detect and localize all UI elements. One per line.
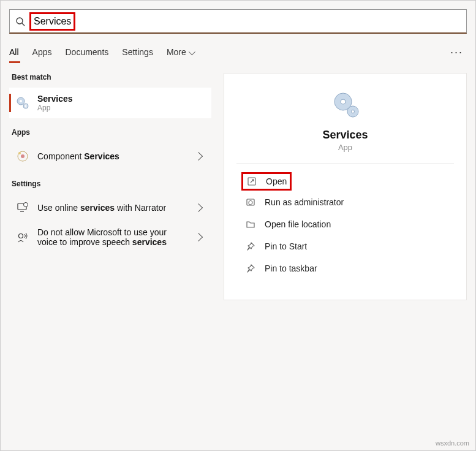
tab-documents[interactable]: Documents [65,42,108,62]
action-file-location[interactable]: Open file location [243,215,448,233]
action-label: Run as administrator [265,197,344,207]
action-open[interactable]: Open [243,173,290,189]
result-narrator-services[interactable]: Use online services with Narrator [9,194,211,221]
action-run-admin[interactable]: Run as administrator [243,193,448,211]
result-subtitle: App [37,104,205,112]
action-label: Pin to taskbar [265,263,317,273]
chevron-right-icon [194,233,203,241]
svg-point-12 [19,234,23,238]
monitor-globe-icon [15,200,30,215]
gears-icon [15,96,30,110]
preview-panel: Services App Open Run as administrator [224,73,467,300]
svg-point-3 [20,100,22,102]
gears-icon [330,89,361,121]
preview-title: Services [322,129,368,142]
results-column: Best match Services App Apps Component S… [9,73,211,300]
tab-all[interactable]: All [9,42,19,62]
chevron-right-icon [194,203,203,212]
open-icon [246,176,257,187]
filter-tabs: All Apps Documents Settings More ··· [1,40,475,62]
result-title: Component Services [37,151,188,161]
tab-apps[interactable]: Apps [32,42,52,62]
action-pin-taskbar[interactable]: Pin to taskbar [243,259,448,278]
action-pin-start[interactable]: Pin to Start [243,237,448,256]
svg-point-0 [17,18,23,24]
result-speech-services[interactable]: Do not allow Microsoft to use yourvoice … [9,221,211,253]
svg-point-8 [18,152,21,154]
section-best-match: Best match [9,73,211,88]
more-options-button[interactable]: ··· [447,46,467,59]
svg-point-16 [351,110,354,113]
shield-icon [245,197,256,208]
result-component-services[interactable]: Component Services [9,143,211,170]
action-label: Open file location [265,219,331,229]
voice-icon [15,230,30,244]
chevron-down-icon [189,48,195,55]
result-title: Do not allow Microsoft to use yourvoice … [37,227,188,247]
svg-point-5 [25,105,27,107]
result-services-app[interactable]: Services App [9,88,211,118]
action-label: Open [266,176,287,186]
svg-point-7 [21,154,25,158]
search-icon [15,16,26,27]
component-services-icon [15,149,30,164]
preview-subtitle: App [338,143,352,152]
search-bar[interactable]: Services [9,9,467,34]
svg-line-1 [22,23,25,26]
section-apps: Apps [9,128,211,143]
watermark: wsxdn.com [436,439,469,447]
chevron-right-icon [194,152,203,161]
section-settings: Settings [9,180,211,194]
pin-icon [245,241,256,252]
svg-point-11 [24,203,28,207]
tab-settings[interactable]: Settings [122,42,153,62]
result-title: Use online services with Narrator [37,203,188,213]
search-highlight-annotation: Services [29,12,75,31]
tab-more[interactable]: More [167,42,194,62]
folder-icon [245,219,256,230]
pin-icon [245,263,256,274]
svg-point-14 [341,99,346,104]
result-title: Services [37,94,205,104]
search-input[interactable]: Services [34,16,71,27]
action-label: Pin to Start [265,241,307,251]
